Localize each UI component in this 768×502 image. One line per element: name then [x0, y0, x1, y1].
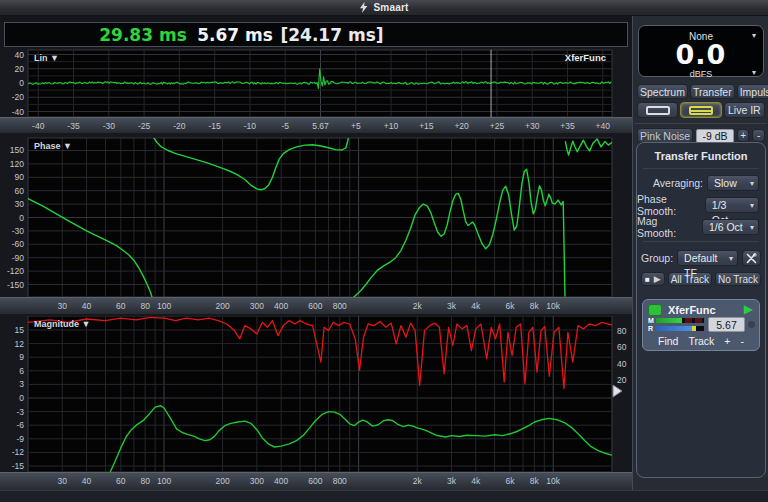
svg-text:Magnitude ▼: Magnitude ▼ [34, 319, 90, 329]
track-color-swatch[interactable] [648, 304, 662, 316]
svg-text:2k: 2k [413, 301, 423, 311]
no-track-button[interactable]: No Track [715, 272, 761, 286]
current-delay-value: 5.67 ms [195, 24, 275, 47]
title-bar[interactable]: Smaart [0, 0, 768, 16]
svg-text:40: 40 [15, 50, 25, 60]
svg-text:60: 60 [116, 301, 126, 311]
svg-text:-10: -10 [244, 121, 257, 131]
level-decrease-button[interactable]: - [752, 129, 765, 142]
chevron-down-icon: ▾ [729, 251, 733, 266]
tools-icon [746, 253, 757, 264]
svg-text:0: 0 [19, 393, 24, 403]
svg-text:-150: -150 [7, 280, 24, 290]
tab-impulse[interactable]: Impulse [737, 84, 768, 99]
input-level-meter[interactable]: None ▾ 0.0 dBFS ▾ [638, 25, 764, 77]
svg-text:-25: -25 [138, 121, 151, 131]
svg-text:-12: -12 [12, 447, 25, 457]
averaging-select[interactable]: Slow▾ [707, 175, 759, 191]
svg-text:-35: -35 [67, 121, 80, 131]
chevron-down-icon[interactable]: ▾ [752, 68, 756, 77]
delay-minus-button[interactable]: - [740, 335, 744, 347]
meter-unit-select[interactable]: dBFS [690, 69, 713, 79]
mag-smooth-select[interactable]: 1/6 Oct▾ [702, 219, 759, 235]
chevron-down-icon: ▾ [750, 220, 754, 235]
svg-text:100: 100 [157, 301, 171, 311]
find-button[interactable]: Find [658, 335, 678, 347]
svg-text:100: 100 [157, 476, 171, 486]
svg-text:4k: 4k [471, 301, 481, 311]
svg-text:10k: 10k [546, 301, 560, 311]
svg-text:40: 40 [82, 301, 92, 311]
svg-text:300: 300 [250, 301, 264, 311]
divider [643, 241, 759, 242]
svg-text:30: 30 [58, 301, 68, 311]
generator-level-field[interactable]: -9 dB [696, 129, 734, 143]
live-ir-button[interactable]: Live IR [724, 102, 765, 118]
smaart-window: Smaart 29.83 ms 5.67 ms [24.17 ms] -40-3… [0, 0, 768, 502]
xferfunc-track-tile[interactable]: XferFunc ▶ M R 5.67 Find Track + [642, 299, 760, 351]
phase-smooth-select[interactable]: 1/3 Oct▾ [705, 197, 759, 213]
group-settings-button[interactable] [742, 250, 761, 266]
stop-icon[interactable]: ■ [645, 275, 650, 284]
svg-text:-15: -15 [12, 461, 25, 471]
pink-noise-button[interactable]: Pink Noise [637, 128, 693, 143]
svg-text:600: 600 [308, 476, 322, 486]
svg-text:-5: -5 [281, 121, 289, 131]
mag-smooth-label: Mag Smooth: [637, 215, 698, 239]
divider [635, 123, 767, 124]
divider [643, 168, 759, 169]
track-delay-field[interactable]: 5.67 [708, 317, 745, 332]
phase-chart[interactable]: 304060801002003004006008002k3k4k6k8k10k1… [0, 133, 632, 316]
svg-text:0: 0 [19, 78, 24, 88]
tab-transfer[interactable]: Transfer [690, 84, 735, 99]
delay-plus-button[interactable]: + [724, 335, 730, 347]
svg-text:-20: -20 [12, 92, 25, 102]
svg-text:600: 600 [308, 301, 322, 311]
track-button[interactable]: Track [688, 335, 714, 347]
transport-buttons[interactable]: ■ ▶ [641, 272, 665, 286]
chevron-down-icon: ▾ [750, 198, 754, 213]
svg-text:-9: -9 [16, 434, 24, 444]
svg-text:40: 40 [617, 359, 627, 369]
svg-text:XferFunc: XferFunc [565, 52, 606, 63]
found-delay-value: 29.83 ms [93, 24, 193, 47]
svg-text:20: 20 [15, 64, 25, 74]
svg-text:120: 120 [10, 159, 24, 169]
svg-text:6k: 6k [506, 476, 516, 486]
svg-text:3: 3 [19, 379, 24, 389]
transfer-function-panel: Transfer Function Averaging: Slow▾ Phase… [636, 142, 766, 478]
svg-text:80: 80 [617, 326, 627, 336]
split-pane-icon [689, 106, 713, 115]
meter-r-label: R [648, 325, 653, 332]
svg-text:-40: -40 [12, 107, 25, 117]
svg-text:30: 30 [58, 476, 68, 486]
chevron-down-icon: ▾ [750, 176, 754, 191]
measurement-meter [656, 318, 704, 323]
group-select[interactable]: Default TF▾ [677, 250, 738, 266]
meter-m-label: M [648, 317, 654, 324]
chevron-down-icon[interactable]: ▾ [752, 31, 756, 40]
magnitude-chart[interactable]: 304060801002003004006008002k3k4k6k8k10k1… [0, 316, 632, 490]
single-pane-view-button[interactable] [637, 102, 678, 118]
tab-spectrum[interactable]: Spectrum [637, 84, 688, 99]
svg-text:12: 12 [15, 339, 25, 349]
delay-readout-bar: 29.83 ms 5.67 ms [24.17 ms] [4, 22, 628, 47]
svg-text:+30: +30 [525, 121, 540, 131]
svg-text:+10: +10 [384, 121, 399, 131]
svg-text:300: 300 [250, 476, 264, 486]
view-tabs: Spectrum Transfer Impulse [637, 84, 765, 99]
impulse-response-chart[interactable]: -40-35-30-25-20-15-10-55.67+5+10+15+20+2… [0, 48, 632, 133]
level-increase-button[interactable]: + [737, 129, 750, 142]
control-sidebar: None ▾ 0.0 dBFS ▾ Spectrum Transfer Impu… [632, 16, 768, 490]
split-pane-view-button[interactable] [680, 102, 721, 118]
svg-text:10k: 10k [546, 476, 560, 486]
svg-text:-40: -40 [32, 121, 45, 131]
play-icon[interactable]: ▶ [654, 274, 661, 284]
meter-source-select[interactable]: None [689, 31, 713, 42]
svg-text:Lin ▼: Lin ▼ [34, 53, 59, 63]
svg-text:8k: 8k [530, 301, 540, 311]
svg-text:+40: +40 [596, 121, 611, 131]
svg-text:+5: +5 [351, 121, 361, 131]
track-play-icon[interactable]: ▶ [744, 302, 753, 316]
svg-text:2k: 2k [413, 476, 423, 486]
